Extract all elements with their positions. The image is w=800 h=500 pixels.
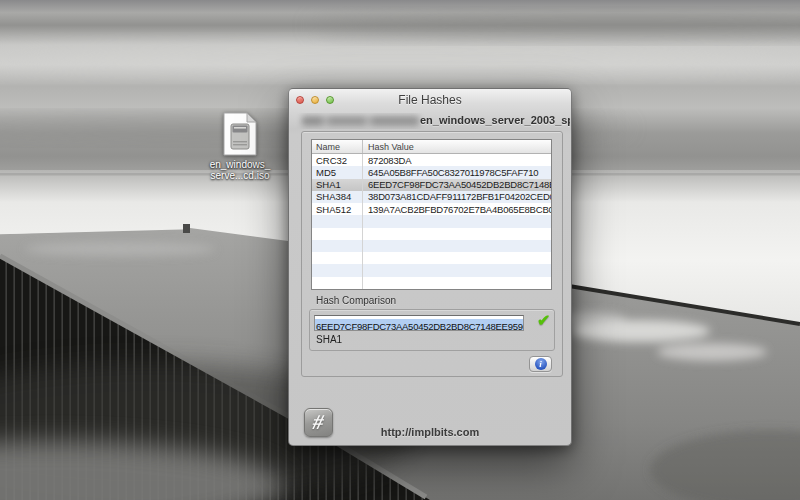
info-button[interactable]: i xyxy=(529,356,552,372)
table-row-empty[interactable] xyxy=(312,228,551,240)
hash-comparison-selected-text: 6EED7CF98FDC73AA50452DB2BD8C7148EE9590 xyxy=(315,319,524,331)
desktop-icon-label-line1: en_windows_ xyxy=(208,159,272,170)
hash-comparison-input[interactable]: 6EED7CF98FDC73AA50452DB2BD8C7148EE9590 xyxy=(314,315,524,331)
titlebar[interactable]: File Hashes xyxy=(289,89,571,111)
file-name-text: en_windows_server_2003_sp2_x64_c xyxy=(420,114,570,126)
hash-table-body: CRC32872083DAMD5645A05B8FFA50C8327011978… xyxy=(312,154,551,289)
hash-comparison-group: 6EED7CF98FDC73AA50452DB2BD8C7148EE9590 ✔… xyxy=(309,309,555,351)
cell-hash-value: 38D073A81CDAFF911172BFB1F04202CED0... xyxy=(363,191,551,202)
table-row[interactable]: CRC32872083DA xyxy=(312,154,551,166)
table-row[interactable]: MD5645A05B8FFA50C8327011978C5FAF710 xyxy=(312,166,551,178)
cell-hash-value: 139A7ACB2BFBD76702E7BA4B065E8BCB0A... xyxy=(363,204,551,215)
footer-url: http://implbits.com xyxy=(289,426,571,438)
cell-algorithm-name: SHA384 xyxy=(312,191,363,203)
table-row-empty[interactable] xyxy=(312,240,551,252)
cell-algorithm-name xyxy=(312,215,363,227)
table-row[interactable]: SHA16EED7CF98FDC73AA50452DB2BD8C7148EE..… xyxy=(312,179,551,191)
window-title: File Hashes xyxy=(289,93,571,107)
cell-hash-value: 645A05B8FFA50C8327011978C5FAF710 xyxy=(363,167,551,178)
table-row-empty[interactable] xyxy=(312,215,551,227)
hash-table-header[interactable]: Name Hash Value xyxy=(312,140,551,154)
column-header-hash-value[interactable]: Hash Value xyxy=(363,140,551,153)
cell-algorithm-name xyxy=(312,240,363,252)
cell-algorithm-name: CRC32 xyxy=(312,154,363,166)
cell-algorithm-name: SHA512 xyxy=(312,203,363,215)
cell-hash-value: 6EED7CF98FDC73AA50452DB2BD8C7148EE... xyxy=(363,179,551,190)
iso-file-icon xyxy=(223,112,257,156)
table-row[interactable]: SHA512139A7ACB2BFBD76702E7BA4B065E8BCB0A… xyxy=(312,203,551,215)
cell-algorithm-name xyxy=(312,252,363,264)
desktop-file-icon[interactable]: en_windows_ serve...cd.iso xyxy=(208,112,272,181)
file-hashes-window: File Hashes en_windows_server_2003_sp2_x… xyxy=(288,88,572,446)
column-header-name[interactable]: Name xyxy=(312,140,363,153)
table-row[interactable]: SHA38438D073A81CDAFF911172BFB1F04202CED0… xyxy=(312,191,551,203)
redacted-path-blur xyxy=(302,116,419,126)
desktop: en_windows_ serve...cd.iso File Hashes e… xyxy=(0,0,800,500)
cell-algorithm-name: SHA1 xyxy=(312,179,363,191)
hash-comparison-label: Hash Comparison xyxy=(316,295,396,306)
desktop-icon-label-line2: serve...cd.iso xyxy=(208,170,272,181)
content-group-box: Name Hash Value CRC32872083DAMD5645A05B8… xyxy=(301,131,563,377)
cell-algorithm-name: MD5 xyxy=(312,166,363,178)
hash-table[interactable]: Name Hash Value CRC32872083DAMD5645A05B8… xyxy=(311,139,552,290)
table-row-empty[interactable] xyxy=(312,277,551,289)
table-row-empty[interactable] xyxy=(312,264,551,276)
matched-algorithm-label: SHA1 xyxy=(316,334,342,345)
cell-algorithm-name xyxy=(312,228,363,240)
match-check-icon: ✔ xyxy=(537,311,550,330)
cell-algorithm-name xyxy=(312,264,363,276)
table-row-empty[interactable] xyxy=(312,252,551,264)
cell-hash-value: 872083DA xyxy=(363,155,551,166)
cell-algorithm-name xyxy=(312,277,363,289)
file-path-row: en_windows_server_2003_sp2_x64_c xyxy=(289,113,570,129)
info-icon: i xyxy=(535,358,547,370)
